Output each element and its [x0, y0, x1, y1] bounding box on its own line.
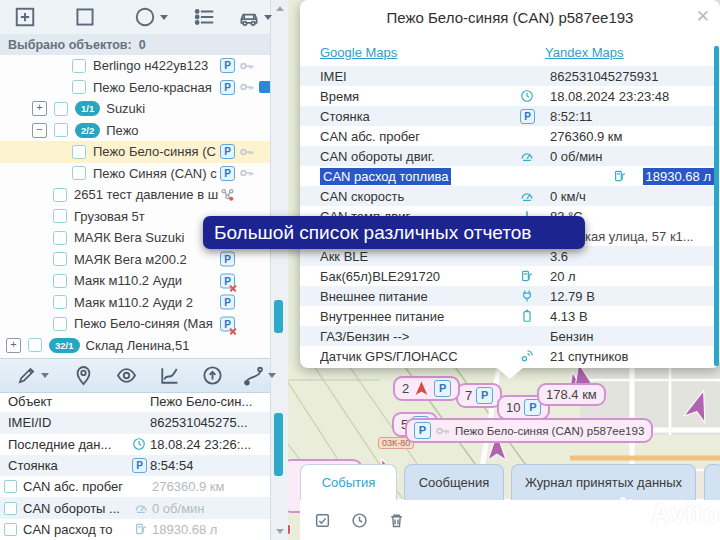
table-row[interactable]: CAN обороты ...0 об/мин [0, 497, 270, 518]
tree-item[interactable]: Berlingo н422ув123P [0, 55, 270, 77]
detail-row[interactable]: CAN абс. пробег276360.9 км [300, 126, 714, 146]
checkbox[interactable] [72, 59, 86, 73]
checkbox[interactable] [72, 80, 86, 94]
checkbox[interactable] [4, 480, 17, 493]
key-icon[interactable] [239, 58, 255, 74]
tree-group[interactable]: −2/2Пежо [0, 120, 270, 142]
time-filter-icon[interactable] [351, 512, 368, 529]
scrollbar-thumb[interactable] [274, 413, 283, 476]
checkbox[interactable] [53, 252, 67, 266]
sidebar-scrollbar[interactable] [270, 0, 288, 540]
checkbox[interactable] [53, 188, 67, 202]
delete-trash-icon[interactable] [388, 512, 405, 529]
checkbox[interactable] [72, 166, 86, 180]
scroll-up-icon[interactable] [276, 6, 284, 11]
scroll-down-icon[interactable] [276, 529, 284, 534]
detail-row[interactable]: ГАЗ/Бензин -->Бензин [300, 326, 714, 346]
yandex-maps-link[interactable]: Yandex Maps [545, 45, 624, 60]
scrollbar-thumb[interactable] [274, 300, 283, 333]
key-icon[interactable] [239, 79, 255, 95]
detail-row[interactable]: СтоянкаP8:52:11 [300, 106, 714, 126]
detail-row[interactable]: Акк BLE3.6 [300, 246, 714, 266]
checkbox[interactable] [53, 231, 67, 245]
table-row[interactable]: IMEI/ID862531045275... [0, 412, 270, 433]
tab-events[interactable]: События [300, 464, 397, 500]
chart-icon[interactable] [159, 365, 180, 386]
key-icon[interactable] [239, 165, 255, 181]
unit-map-tooltip[interactable]: P Пежо Бело-синяя (CAN) p587ee193 [405, 418, 653, 443]
tree-item[interactable]: Маяк м110.2 Ауди 2P [0, 292, 270, 314]
parking-badge[interactable]: P [220, 166, 235, 181]
checkbox[interactable] [4, 502, 17, 515]
detail-row[interactable]: CAN обороты двиг.0 об/мин [300, 146, 714, 166]
tree-item[interactable]: Пежо Синяя (CAN) сP [0, 163, 270, 185]
expand-icon[interactable]: + [32, 101, 47, 116]
row-value: 18930.68 л [643, 168, 714, 185]
detail-row-selected[interactable]: CAN расход топлива18930.68 л [300, 166, 714, 186]
parking-badge-crossed[interactable]: P [220, 273, 235, 288]
tab-partial[interactable] [704, 464, 720, 500]
collapse-icon[interactable]: − [32, 123, 47, 138]
detail-row[interactable]: Внутреннее питание4.13 В [300, 306, 714, 326]
checkbox[interactable] [28, 338, 42, 352]
tree-group[interactable]: +1/1Suzuki [0, 98, 270, 120]
detail-row[interactable]: Датчик GPS/ГЛОНАСС21 спутников [300, 346, 714, 366]
detail-row[interactable]: Внешнее питание12.79 В [300, 286, 714, 306]
heading-arrow-icon [413, 380, 430, 397]
map-cluster-marker[interactable]: 7 P [456, 383, 502, 408]
tree-item[interactable]: МАЯК Вега м200.2P [0, 249, 270, 271]
checkbox[interactable] [53, 209, 67, 223]
watermark-text: Avito [651, 499, 720, 530]
expand-icon[interactable]: + [6, 338, 21, 353]
table-row[interactable]: Последние дан...18.08.24 23:26:... [0, 434, 270, 455]
table-row[interactable]: СтоянкаP8:54:54 [0, 455, 270, 476]
route-track-icon[interactable] [243, 365, 276, 386]
tree-group[interactable]: +32/1Склад Ленина,51 [0, 335, 270, 357]
tree-item[interactable]: Маяк м110.2 АудиP [0, 270, 270, 292]
parking-badge[interactable]: P [220, 80, 235, 95]
tree-item[interactable]: Пежо Бело-синяя (МаяP [0, 313, 270, 335]
select-square-icon[interactable] [74, 6, 96, 28]
parking-badge[interactable]: P [220, 252, 235, 267]
detail-row[interactable]: CAN скорость0 км/ч [300, 186, 714, 206]
close-icon[interactable]: ✕ [696, 6, 710, 27]
parking-badge[interactable]: P [220, 295, 235, 310]
google-maps-link[interactable]: Google Maps [320, 45, 397, 60]
checkbox[interactable] [53, 317, 67, 331]
parking-badge-crossed[interactable]: P [220, 316, 235, 331]
row-label: CAN скорость [320, 189, 520, 204]
parking-badge[interactable]: P [220, 58, 235, 73]
table-row[interactable]: ОбъектПежо Бело-син... [0, 391, 270, 412]
export-up-icon[interactable] [202, 365, 223, 386]
tree-item[interactable]: Пежо Бело-краснаяP [0, 77, 270, 99]
geofence-circle-icon[interactable] [134, 6, 168, 28]
detail-row[interactable]: Время18.08.2024 23:23:48 [300, 86, 714, 106]
detail-row[interactable]: Бак(65л)BLE29172020 л [300, 266, 714, 286]
checkbox[interactable] [72, 145, 86, 159]
checkbox[interactable] [54, 102, 68, 116]
checkbox[interactable] [4, 523, 17, 536]
tab-messages[interactable]: Сообщения [404, 464, 504, 500]
row-value: Бензин [550, 329, 593, 344]
tree-item-highlighted[interactable]: Пежо Бело-синяя (СP [0, 141, 270, 163]
checkbox[interactable] [53, 274, 67, 288]
list-view-icon[interactable] [194, 6, 216, 28]
edit-icon[interactable] [16, 365, 49, 386]
detail-row[interactable]: IMEI862531045275931 [300, 66, 714, 86]
map-cluster-marker[interactable]: 2 P [393, 376, 460, 401]
select-checkbox-icon[interactable] [314, 512, 331, 529]
parking-badge[interactable]: P [220, 144, 235, 159]
tree-item[interactable]: 2651 тест давление в ш [0, 184, 270, 206]
table-row[interactable]: CAN абс. пробег276360.9 км [0, 476, 270, 497]
key-icon[interactable] [239, 144, 255, 160]
popup-scrollbar[interactable] [714, 46, 719, 366]
tab-data-log[interactable]: Журнал принятых данных [511, 464, 696, 500]
table-row[interactable]: CAN расход то18930.68 л [0, 519, 270, 540]
row-label: CAN расход топлива [320, 168, 451, 185]
expand-all-icon[interactable] [14, 6, 36, 28]
checkbox[interactable] [54, 123, 68, 137]
locate-pin-icon[interactable] [73, 365, 94, 386]
checkbox[interactable] [53, 295, 67, 309]
visibility-eye-icon[interactable] [116, 365, 137, 386]
vehicle-filter-icon[interactable] [238, 6, 272, 28]
